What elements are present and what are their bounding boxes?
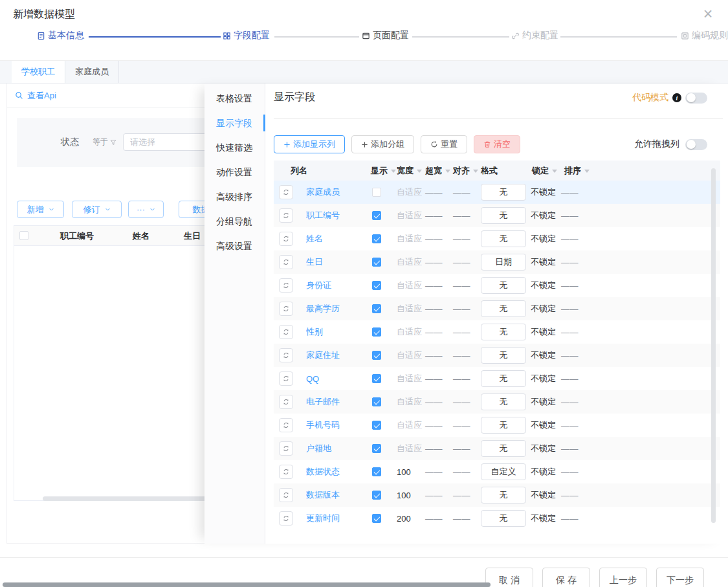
lock-value[interactable]: 不锁定	[531, 186, 556, 198]
overwide-value[interactable]: ——	[425, 234, 443, 244]
vertical-scrollbar[interactable]	[711, 168, 716, 523]
swap-field-button[interactable]	[279, 185, 293, 199]
lock-value[interactable]: 不锁定	[531, 280, 556, 291]
field-name-link[interactable]: 电子邮件	[306, 396, 340, 408]
drawer-menu-item[interactable]: 显示字段	[204, 111, 265, 135]
swap-field-button[interactable]	[279, 325, 293, 339]
sort-value[interactable]: ——	[561, 491, 579, 500]
format-input[interactable]: 无	[481, 370, 526, 387]
show-checkbox[interactable]	[372, 211, 381, 220]
swap-field-button[interactable]	[279, 348, 293, 362]
show-checkbox[interactable]	[372, 514, 381, 523]
width-value[interactable]: 自适应	[397, 443, 422, 454]
revise-button[interactable]: 修订	[72, 201, 122, 218]
width-value[interactable]: 200	[397, 514, 411, 524]
format-input[interactable]: 无	[481, 184, 526, 201]
swap-field-button[interactable]	[279, 465, 293, 479]
sort-value[interactable]: ——	[561, 514, 579, 524]
cancel-button[interactable]: 取 消	[485, 568, 533, 587]
format-input[interactable]: 无	[481, 487, 526, 504]
horizontal-scrollbar[interactable]	[3, 582, 491, 587]
show-checkbox[interactable]	[372, 467, 381, 476]
sort-value[interactable]: ——	[561, 467, 579, 477]
align-value[interactable]: ——	[453, 258, 470, 267]
swap-field-button[interactable]	[279, 418, 293, 432]
swap-field-button[interactable]	[279, 232, 293, 246]
width-value[interactable]: 自适应	[397, 210, 422, 221]
align-value[interactable]: ——	[453, 444, 470, 454]
lock-value[interactable]: 不锁定	[531, 419, 556, 431]
swap-field-button[interactable]	[279, 371, 293, 386]
align-value[interactable]: ——	[453, 211, 470, 221]
swap-field-button[interactable]	[279, 441, 293, 456]
drawer-menu-item[interactable]: 表格设置	[204, 86, 265, 111]
clear-button[interactable]: 清空	[474, 135, 520, 153]
field-name-link[interactable]: 生日	[306, 256, 323, 268]
overwide-value[interactable]: ——	[425, 421, 443, 430]
sort-value[interactable]: ——	[561, 188, 579, 197]
align-value[interactable]: ——	[453, 514, 470, 524]
lock-value[interactable]: 不锁定	[531, 210, 556, 221]
field-name-link[interactable]: 家庭住址	[306, 349, 340, 361]
width-value[interactable]: 自适应	[397, 396, 422, 408]
sort-value[interactable]: ——	[561, 374, 579, 384]
overwide-value[interactable]: ——	[425, 327, 443, 337]
swap-field-button[interactable]	[279, 395, 293, 409]
show-checkbox[interactable]	[372, 351, 381, 360]
field-name-link[interactable]: QQ	[306, 374, 319, 384]
format-input[interactable]: 无	[481, 510, 526, 527]
show-checkbox[interactable]	[372, 444, 381, 453]
overwide-value[interactable]: ——	[425, 514, 443, 524]
lock-value[interactable]: 不锁定	[531, 233, 556, 245]
field-name-link[interactable]: 身份证	[306, 280, 331, 291]
sort-value[interactable]: ——	[561, 211, 579, 221]
sort-value[interactable]: ——	[561, 397, 579, 407]
align-value[interactable]: ——	[453, 304, 470, 314]
step-code-rule[interactable]: 编码规则	[681, 30, 728, 41]
save-button[interactable]: 保 存	[542, 568, 590, 587]
column-header[interactable]: 列名	[274, 161, 371, 181]
width-value[interactable]: 100	[397, 491, 411, 500]
format-input[interactable]: 无	[481, 324, 526, 340]
column-header[interactable]: 排序	[561, 161, 720, 181]
overwide-value[interactable]: ——	[425, 351, 443, 360]
format-input[interactable]: 无	[481, 417, 526, 434]
filter-operator[interactable]: 等于	[93, 137, 116, 148]
field-name-link[interactable]: 家庭成员	[306, 186, 340, 198]
overwide-value[interactable]: ——	[425, 281, 443, 291]
lock-value[interactable]: 不锁定	[531, 303, 556, 315]
width-value[interactable]: 自适应	[397, 256, 422, 268]
width-value[interactable]: 自适应	[397, 233, 422, 245]
lock-value[interactable]: 不锁定	[531, 466, 556, 478]
lock-value[interactable]: 不锁定	[531, 396, 556, 408]
add-display-column-button[interactable]: 添加显示列	[274, 135, 345, 153]
drawer-menu-item[interactable]: 动作设置	[204, 160, 265, 184]
step-field-config[interactable]: 字段配置	[223, 30, 270, 41]
sort-value[interactable]: ——	[561, 327, 579, 337]
sort-value[interactable]: ——	[561, 351, 579, 360]
reset-button[interactable]: 重置	[421, 135, 467, 153]
show-checkbox[interactable]	[372, 397, 381, 406]
step-page-config[interactable]: 页面配置	[362, 30, 409, 41]
sort-value[interactable]: ——	[561, 281, 579, 291]
align-value[interactable]: ——	[453, 234, 470, 244]
align-value[interactable]: ——	[453, 374, 470, 384]
align-value[interactable]: ——	[453, 188, 470, 197]
show-checkbox[interactable]	[372, 421, 381, 430]
column-header[interactable]: 对齐	[453, 161, 481, 181]
width-value[interactable]: 100	[397, 467, 411, 477]
width-value[interactable]: 自适应	[397, 186, 422, 198]
field-name-link[interactable]: 数据版本	[306, 489, 340, 501]
format-input[interactable]: 日期	[481, 254, 526, 271]
overwide-value[interactable]: ——	[425, 491, 443, 500]
field-name-link[interactable]: 数据状态	[306, 466, 340, 478]
align-value[interactable]: ——	[453, 467, 470, 477]
sort-value[interactable]: ——	[561, 258, 579, 267]
sort-value[interactable]: ——	[561, 304, 579, 314]
sort-value[interactable]: ——	[561, 421, 579, 430]
width-value[interactable]: 自适应	[397, 349, 422, 361]
add-group-button[interactable]: 添加分组	[351, 135, 414, 153]
column-header[interactable]: 宽度	[397, 161, 425, 181]
lock-value[interactable]: 不锁定	[531, 489, 556, 501]
align-value[interactable]: ——	[453, 351, 470, 360]
